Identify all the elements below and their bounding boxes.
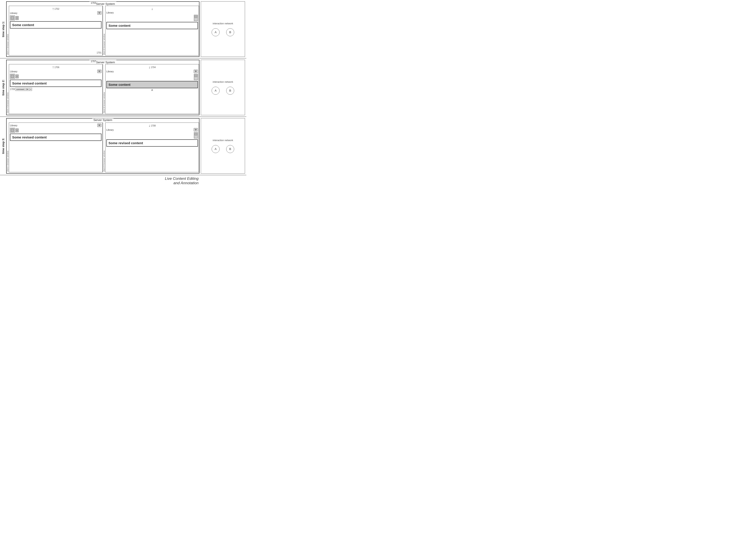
- node-b-3: B: [226, 145, 234, 153]
- comment-text: comment: [16, 88, 24, 91]
- network-nodes-2: AB: [211, 87, 234, 95]
- client-a-inner-2: ↑1706LibraryWSome revised content1709com…: [9, 64, 103, 114]
- client-a-label-3: client A browser window: [7, 123, 9, 172]
- widget-box: W: [194, 70, 198, 73]
- client-b-inner-2: ↓1704LibraryWSome contentA: [105, 64, 199, 114]
- widget-box: W: [97, 11, 102, 15]
- client-b-wrapper-3: client B browser window↓1708LibraryWSome…: [103, 123, 199, 172]
- lib-row: LibraryW: [10, 11, 102, 15]
- node-a-2: A: [211, 87, 219, 95]
- arrow-up: ↑: [52, 7, 54, 11]
- server-box-1: 1703Server Systemclient A browser window…: [6, 1, 199, 57]
- caption-line1: Live Content Editing: [0, 176, 198, 181]
- icon-item-b: [194, 74, 198, 80]
- node-a-1: A: [211, 28, 219, 36]
- client-a-inner-1: ↑1702LibraryWSome content1701: [9, 6, 103, 55]
- time-label-2: time step 2:: [0, 58, 6, 117]
- arrow-down: ↓: [151, 7, 153, 11]
- icon-row: [106, 15, 198, 21]
- client-a-label-1: client A browser window: [7, 6, 9, 55]
- icon-item-a: [10, 74, 15, 79]
- icon-row: [106, 74, 198, 80]
- server-box-3: Server Systemclient A browser windowLibr…: [6, 118, 199, 174]
- client-a-wrapper-3: client A browser windowLibraryWSome revi…: [7, 123, 103, 172]
- widget-box: W: [97, 70, 102, 73]
- node-b-1: B: [226, 28, 234, 36]
- client-b-wrapper-1: client B browser window↓LibrarySome cont…: [103, 6, 199, 55]
- client-a-label-2: client A browser window: [7, 64, 9, 114]
- network-nodes-3: AB: [211, 145, 234, 153]
- icon-item-a: [10, 15, 15, 20]
- icon-item-b: [194, 15, 198, 21]
- network-nodes-1: AB: [211, 28, 234, 36]
- content-area-a: Some revised content: [10, 80, 102, 87]
- client-b-label-2: client B browser window: [103, 64, 105, 114]
- widget-box: W: [194, 128, 198, 131]
- diagram-area-3: Server Systemclient A browser windowLibr…: [6, 117, 201, 175]
- content-area-b: Some revised content: [106, 139, 198, 147]
- content-area-a: Some revised content: [10, 134, 102, 141]
- arrow-ref-label: 1701: [97, 51, 102, 54]
- content-area-b: Some content: [106, 22, 198, 29]
- icon-row: [10, 15, 102, 20]
- comment-wrap: 1709comment|OK | x: [10, 87, 102, 91]
- stacked-boxes-a: [15, 75, 19, 78]
- below-a-label: A: [106, 89, 198, 91]
- arrow-down: ↓: [149, 65, 150, 69]
- lib-row: LibraryW: [10, 124, 102, 127]
- client-b-label-3: client B browser window: [103, 123, 105, 172]
- stacked-boxes-a: [15, 129, 19, 132]
- client-b-wrapper-2: client B browser window↓1704LibraryWSome…: [103, 64, 199, 114]
- time-label-3: time step 3:: [0, 117, 6, 175]
- comment-ref: 1709: [10, 88, 15, 91]
- network-title-1: interaction network: [213, 22, 233, 25]
- node-b-2: B: [226, 87, 234, 95]
- client-a-wrapper-2: client A browser window↑1706LibraryWSome…: [7, 64, 103, 114]
- row-1: time step 1:1703Server Systemclient A br…: [0, 0, 246, 58]
- comment-box: comment|OK | x: [15, 88, 32, 91]
- stacked-boxes-a: [15, 16, 19, 20]
- icon-item-a: [10, 128, 15, 133]
- icon-item-b: [194, 132, 198, 138]
- arrow-wrapper: ↑1702: [10, 7, 102, 11]
- client-b-label-1: client B browser window: [103, 6, 105, 55]
- network-panel-2: interaction networkAB: [201, 60, 245, 115]
- lib-label: Library: [10, 70, 17, 73]
- lib-row: LibraryW: [10, 70, 102, 73]
- comment-ok[interactable]: OK | x: [26, 88, 31, 91]
- arrow-wrapper: ↓1708: [106, 124, 198, 128]
- arrow-wrapper: ↑1706: [10, 65, 102, 69]
- ref-num: 1704: [151, 66, 156, 68]
- row-3: time step 3:Server Systemclient A browse…: [0, 117, 246, 175]
- time-label-1: time step 1:: [0, 0, 6, 58]
- icon-row: [10, 128, 102, 133]
- arrow-wrapper: ↓: [106, 7, 198, 11]
- ref-num: 1708: [151, 125, 156, 127]
- lib-label: Library: [10, 12, 17, 14]
- arrow-down: ↓: [149, 124, 150, 128]
- client-b-inner-1: ↓LibrarySome content: [105, 6, 199, 55]
- diagram-area-1: 1703Server Systemclient A browser window…: [6, 0, 201, 58]
- lib-row: LibraryW: [106, 128, 198, 131]
- diagram-area-2: 1707Server Systemclient A browser window…: [6, 58, 201, 117]
- server-box-2: 1707Server Systemclient A browser window…: [6, 60, 199, 115]
- server-label-3: Server System: [92, 118, 114, 122]
- client-b-inner-3: ↓1708LibraryWSome revised content: [105, 123, 199, 172]
- network-panel-3: interaction networkAB: [201, 118, 245, 174]
- arrow-wrapper: ↓1704: [106, 65, 198, 69]
- node-a-3: A: [211, 145, 219, 153]
- network-title-3: interaction network: [213, 139, 233, 142]
- content-area-a: Some content: [10, 21, 102, 28]
- server-label-2: 1707Server System: [89, 60, 116, 64]
- row-2: time step 2:1707Server Systemclient A br…: [0, 58, 246, 117]
- caption: Live Content Editingand Annotation: [0, 175, 246, 187]
- lib-row: Library: [106, 11, 198, 14]
- arrow-up: ↑: [52, 65, 54, 69]
- lib-label: Library: [106, 129, 114, 131]
- lib-label: Library: [106, 70, 114, 73]
- network-title-2: interaction network: [213, 81, 233, 83]
- icon-row: [106, 132, 198, 138]
- client-a-inner-3: LibraryWSome revised content: [9, 123, 103, 172]
- widget-box: W: [97, 124, 102, 127]
- network-panel-1: interaction networkAB: [201, 1, 245, 57]
